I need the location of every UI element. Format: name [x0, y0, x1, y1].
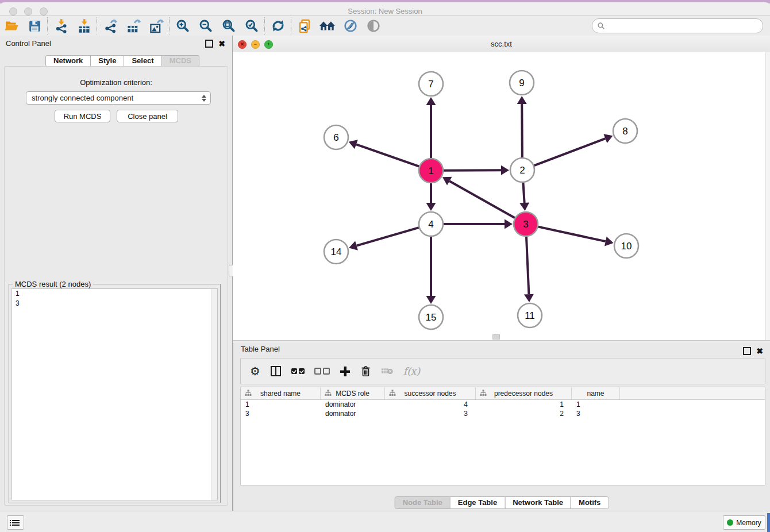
task-list-icon: [12, 520, 20, 526]
select-all-icon[interactable]: [291, 368, 305, 374]
float-panel-icon[interactable]: [743, 347, 751, 355]
tab-network[interactable]: Network: [45, 55, 91, 67]
network-canvas[interactable]: 1234678910111415: [233, 52, 770, 340]
import-network-button[interactable]: [49, 17, 72, 34]
edge-2-8: [534, 138, 606, 165]
toolbar-separator: [264, 17, 265, 34]
deselect-all-icon[interactable]: [314, 368, 330, 375]
refresh-button[interactable]: [267, 17, 290, 34]
export-network-button[interactable]: [99, 17, 122, 34]
edge-2-9: [522, 104, 522, 157]
toggle-columns-icon[interactable]: [270, 365, 282, 377]
mcds-panel: Optimization criterion: strongly connect…: [4, 66, 228, 506]
column-label: successor nodes: [385, 390, 475, 398]
zoom-selected-button[interactable]: [240, 17, 263, 34]
criterion-selected-value: strongly connected component: [32, 94, 133, 102]
float-panel-icon[interactable]: [205, 40, 213, 48]
graphics-details-icon: [343, 18, 358, 33]
table-cell[interactable]: dominator: [321, 409, 385, 418]
home-houses-icon: [319, 18, 336, 33]
network-splitter-handle[interactable]: [492, 334, 500, 340]
zoom-in-icon: [175, 18, 190, 33]
network-view-window: ✕ − + scc.txt 1234678910111415: [233, 36, 770, 340]
table-cell[interactable]: 2: [476, 409, 572, 418]
function-builder-icon[interactable]: f(x): [403, 365, 420, 377]
table-cell[interactable]: 3: [572, 409, 620, 418]
table-cell[interactable]: 4: [385, 400, 476, 409]
zoom-out-button[interactable]: [194, 17, 217, 34]
table-cell[interactable]: 3: [241, 409, 321, 418]
table-panel-window-buttons: ✖: [743, 347, 763, 355]
tab-style[interactable]: Style: [90, 55, 124, 67]
open-session-button[interactable]: [0, 17, 23, 34]
tab-mcds[interactable]: MCDS: [161, 55, 199, 67]
mcds-result-list[interactable]: 13: [11, 288, 218, 500]
table-cell[interactable]: 1: [572, 400, 620, 409]
edge-3-10: [538, 227, 605, 241]
column-header-predecessor-nodes[interactable]: predecessor nodes: [476, 387, 572, 399]
network-window-titlebar[interactable]: ✕ − + scc.txt: [233, 36, 770, 52]
column-header-name[interactable]: name: [572, 387, 620, 399]
tab-edge-table[interactable]: Edge Table: [450, 496, 505, 509]
column-header-mcds-role[interactable]: MCDS role: [321, 387, 385, 399]
column-header-successor-nodes[interactable]: successor nodes: [385, 387, 476, 399]
mcds-result-scrollbar[interactable]: [211, 289, 217, 500]
table-settings-gear-icon[interactable]: ⚙: [250, 365, 260, 377]
toolbar-separator: [47, 17, 48, 34]
table-row[interactable]: 1dominator411: [241, 400, 765, 409]
node-label-8: 8: [622, 126, 627, 137]
run-mcds-button[interactable]: Run MCDS: [55, 110, 110, 122]
import-network-icon: [53, 18, 69, 34]
node-label-7: 7: [428, 79, 433, 90]
task-history-button[interactable]: [7, 515, 24, 530]
birdseye-view-button[interactable]: [362, 17, 385, 34]
toolbar-separator: [291, 17, 292, 34]
tab-motifs[interactable]: Motifs: [571, 496, 609, 509]
column-label: name: [572, 390, 619, 398]
mcds-result-item[interactable]: 1: [12, 289, 217, 299]
memory-button[interactable]: Memory: [723, 515, 765, 530]
network-scrollbar[interactable]: [765, 52, 770, 340]
close-panel-icon[interactable]: ✖: [218, 40, 225, 47]
toolbar-separator: [97, 17, 98, 34]
node-label-4: 4: [428, 219, 433, 230]
tab-node-table[interactable]: Node Table: [395, 496, 451, 509]
network-graph: 1234678910111415: [233, 52, 770, 340]
column-header-shared-name[interactable]: shared name: [241, 387, 321, 399]
import-table-button[interactable]: [72, 17, 95, 34]
search-field[interactable]: [592, 18, 763, 33]
delete-column-trash-icon[interactable]: [360, 365, 371, 377]
add-column-icon[interactable]: [340, 366, 351, 377]
zoom-fit-icon: [221, 18, 236, 33]
tab-network-table[interactable]: Network Table: [505, 496, 571, 509]
clone-network-button[interactable]: [293, 17, 316, 34]
edge-2-3: [523, 183, 524, 203]
export-table-button[interactable]: [122, 17, 145, 34]
table-row[interactable]: 3dominator323: [241, 409, 765, 418]
close-panel-icon[interactable]: ✖: [756, 348, 763, 354]
table-cell[interactable]: 3: [385, 409, 476, 418]
node-label-1: 1: [428, 165, 433, 176]
table-cell[interactable]: 1: [241, 400, 321, 409]
export-table-icon: [126, 18, 141, 34]
zoom-fit-button[interactable]: [217, 17, 240, 34]
edge-1-2: [444, 170, 501, 171]
table-cell[interactable]: dominator: [321, 400, 385, 409]
node-label-6: 6: [333, 132, 338, 143]
tab-select[interactable]: Select: [124, 55, 161, 67]
save-session-button[interactable]: [23, 17, 46, 34]
memory-label: Memory: [736, 519, 761, 527]
search-input[interactable]: [605, 20, 763, 32]
table-cell[interactable]: 1: [476, 400, 572, 409]
close-panel-button[interactable]: Close panel: [117, 110, 178, 122]
show-graphics-details-button[interactable]: [339, 17, 362, 34]
delete-table-icon[interactable]: [381, 367, 394, 376]
mcds-result-item[interactable]: 3: [12, 299, 217, 309]
home-layout-button[interactable]: [316, 17, 339, 34]
zoom-selected-icon: [244, 18, 259, 33]
optimization-criterion-label: Optimization criterion:: [5, 78, 228, 87]
zoom-in-button[interactable]: [171, 17, 194, 34]
export-image-button[interactable]: [145, 17, 168, 34]
criterion-select[interactable]: strongly connected component: [26, 91, 211, 105]
control-panel-title: Control Panel: [6, 39, 51, 48]
